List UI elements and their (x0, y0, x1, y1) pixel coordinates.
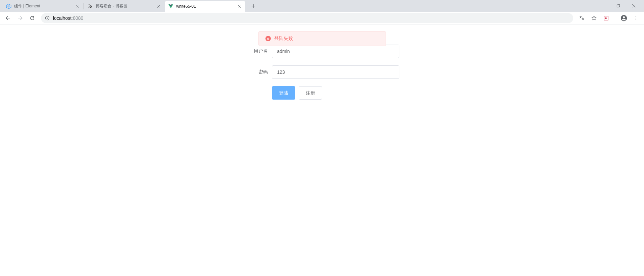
tab-element[interactable]: 组件 | Element (3, 1, 83, 12)
profile-icon[interactable] (618, 13, 629, 23)
toolbar-separator (615, 14, 615, 22)
password-input[interactable] (272, 65, 399, 79)
svg-rect-5 (617, 5, 619, 7)
password-label: 密码 (245, 69, 272, 75)
tab-title: white55-01 (176, 4, 234, 9)
form-item-username: 用户名 (245, 45, 399, 58)
url-text: localhost:8080 (53, 15, 83, 21)
bookmark-icon[interactable] (589, 13, 599, 23)
username-input[interactable] (272, 45, 399, 58)
element-favicon-icon (6, 4, 11, 9)
menu-icon[interactable] (631, 13, 641, 23)
username-label: 用户名 (245, 48, 272, 54)
close-icon[interactable] (75, 4, 80, 9)
url-port: :8080 (71, 15, 83, 21)
maximize-button[interactable] (610, 0, 626, 12)
tab-separator (84, 3, 84, 9)
back-button[interactable] (3, 13, 13, 23)
browser-chrome: 组件 | Element 博客后台 - 博客园 white55-01 (0, 0, 644, 24)
register-button[interactable]: 注册 (299, 86, 322, 100)
address-bar[interactable]: localhost:8080 (41, 13, 573, 23)
svg-point-2 (89, 7, 90, 8)
toolbar-icons (577, 13, 641, 23)
tab-title: 博客后台 - 博客园 (96, 3, 153, 9)
svg-marker-1 (7, 5, 10, 8)
close-icon[interactable] (156, 4, 161, 9)
page-content: 登陆失败 用户名 密码 登陆 注册 (0, 24, 644, 276)
login-button[interactable]: 登陆 (272, 86, 295, 100)
window-controls (595, 0, 641, 12)
tab-white55-01[interactable]: white55-01 (165, 1, 245, 12)
toolbar: localhost:8080 (0, 12, 644, 24)
tab-bar: 组件 | Element 博客后台 - 博客园 white55-01 (0, 0, 644, 12)
login-form: 用户名 密码 登陆 注册 (245, 45, 399, 100)
svg-point-12 (636, 17, 636, 18)
form-actions: 登陆 注册 (245, 86, 399, 100)
close-window-button[interactable] (626, 0, 641, 12)
new-tab-button[interactable] (249, 1, 258, 11)
close-icon[interactable] (237, 4, 242, 9)
reload-button[interactable] (27, 13, 38, 23)
tab-title: 组件 | Element (14, 3, 72, 9)
error-message: 登陆失败 (258, 31, 386, 46)
url-host: localhost (53, 15, 71, 21)
svg-point-10 (623, 16, 625, 18)
cnblogs-favicon-icon (88, 4, 93, 9)
forward-button[interactable] (15, 13, 26, 23)
svg-point-11 (636, 16, 636, 17)
mcafee-extension-icon[interactable] (601, 13, 611, 23)
minimize-button[interactable] (595, 0, 610, 12)
form-item-password: 密码 (245, 65, 399, 79)
vue-favicon-icon (168, 4, 174, 9)
tab-cnblogs[interactable]: 博客后台 - 博客园 (84, 1, 165, 12)
translate-icon[interactable] (577, 13, 587, 23)
svg-point-13 (636, 19, 636, 20)
site-info-icon[interactable] (45, 16, 50, 20)
svg-point-7 (47, 17, 48, 17)
error-icon (265, 36, 271, 41)
error-message-text: 登陆失败 (274, 36, 293, 42)
